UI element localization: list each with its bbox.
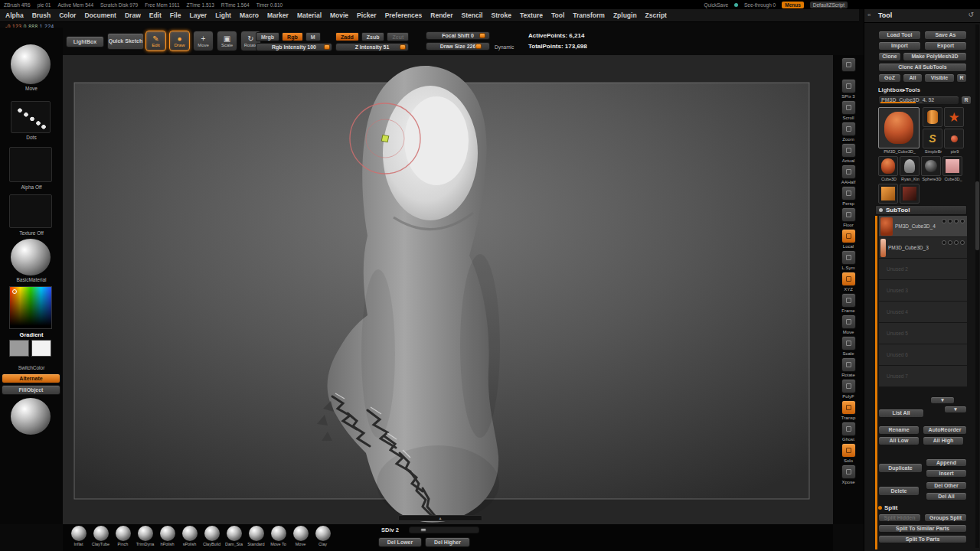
secondary-color-swatch[interactable] <box>31 340 51 357</box>
brush-claybuild[interactable]: ClayBuild <box>201 526 223 546</box>
tool-thumb-sphere3d[interactable] <box>921 156 941 176</box>
z-intensity-slider[interactable]: Z Intensity 51 <box>335 43 409 51</box>
tool-thumb-cube3d[interactable] <box>942 156 962 176</box>
shelf-scroll[interactable]: Scroll <box>841 100 856 120</box>
brush-icon[interactable] <box>960 219 965 223</box>
subtool-row-unused-5[interactable]: Unused 5 <box>879 323 967 344</box>
menu-stencil[interactable]: Stencil <box>462 11 483 19</box>
subtool-row-unused-2[interactable]: Unused 2 <box>879 259 967 280</box>
del-lower-button[interactable]: Del Lower <box>378 537 422 547</box>
menu-brush[interactable]: Brush <box>32 11 51 19</box>
tool-thumb-pie9[interactable] <box>944 129 964 148</box>
goz-button[interactable]: GoZ <box>878 73 901 83</box>
subtool-row-unused-4[interactable]: Unused 4 <box>879 302 967 323</box>
color-picker[interactable] <box>9 286 52 329</box>
goz-visible-button[interactable]: Visible <box>924 73 955 83</box>
see-through-slider[interactable]: See-through 0 <box>744 2 776 8</box>
brush-inflat[interactable]: Inflat <box>67 526 90 546</box>
move-mode-button[interactable]: +Move <box>193 31 214 51</box>
switch-color-button[interactable]: SwitchColor <box>0 365 63 370</box>
menu-zscript[interactable]: Zscript <box>645 11 667 19</box>
subtool-row-unused-3[interactable]: Unused 3 <box>879 280 967 302</box>
panel-collapse-icon[interactable]: « <box>867 11 871 18</box>
tool-thumb-pm3d-cube3d[interactable] <box>878 107 920 148</box>
document-canvas[interactable]: ▴ <box>63 55 833 524</box>
uv-icon[interactable] <box>954 240 959 245</box>
tool-thumb-cube-dark[interactable] <box>900 184 920 204</box>
all-high-button[interactable]: All High <box>923 436 964 445</box>
alternate-button[interactable]: Alternate <box>2 373 60 383</box>
rgb-intensity-slider[interactable]: Rgb Intensity 100 <box>256 43 332 51</box>
del-all-button[interactable]: Del All <box>926 492 967 500</box>
brush-move-to[interactable]: Move To <box>267 526 289 546</box>
color-rgb-button[interactable]: Rgb <box>282 32 303 41</box>
shelf-floor[interactable]: Floor <box>841 207 856 227</box>
canvas-scroll-handle[interactable]: ▴ <box>398 515 482 521</box>
draw-size-handle[interactable] <box>475 44 482 49</box>
clone-button[interactable]: Clone <box>878 52 901 61</box>
stroke-thumbnail[interactable] <box>11 101 51 133</box>
menu-tool[interactable]: Tool <box>551 11 564 19</box>
subtool-section-header[interactable]: SubTool <box>875 205 967 215</box>
subtool-down-button[interactable]: ▾ <box>944 406 967 413</box>
shelf-xyz[interactable]: XYZ <box>841 272 856 292</box>
shelf-transp[interactable]: Transp <box>841 400 856 420</box>
current-brush-thumbnail[interactable] <box>11 44 51 84</box>
sculpt-viewport[interactable] <box>63 55 833 524</box>
duplicate-button[interactable]: Duplicate <box>878 463 923 473</box>
brush-move[interactable]: Move <box>289 526 312 546</box>
shelf-polyf[interactable]: PolyF <box>841 379 856 399</box>
menu-texture[interactable]: Texture <box>520 11 543 19</box>
sdiv-slider[interactable] <box>409 527 479 533</box>
panel-scrollbar[interactable] <box>975 24 979 548</box>
quicksave-button[interactable]: QuickSave <box>704 2 728 8</box>
menu-draw[interactable]: Draw <box>125 11 141 19</box>
main-color-swatch[interactable] <box>9 340 29 357</box>
dynamic-toggle[interactable]: Dynamic <box>495 44 514 50</box>
lightbox-tools-link[interactable]: Lightbox▸Tools <box>878 86 920 93</box>
color-mrgb-button[interactable]: Mrgb <box>256 32 279 41</box>
menu-light[interactable]: Light <box>215 11 231 19</box>
z-intensity-handle[interactable] <box>400 44 406 50</box>
menu-transform[interactable]: Transform <box>573 11 605 19</box>
clone-all-subtools-button[interactable]: Clone All SubTools <box>878 63 967 72</box>
menu-alpha[interactable]: Alpha <box>5 11 24 19</box>
brush-claytube[interactable]: ClayTube <box>90 526 112 546</box>
brush-trimdyna[interactable]: TrimDyna <box>134 526 156 546</box>
subtool-row-pm3d-cube3d-4[interactable]: PM3D_Cube3D_4 <box>879 216 967 237</box>
material-thumbnail[interactable] <box>11 239 51 276</box>
shelf-solo[interactable]: Solo <box>841 443 856 463</box>
load-tool-button[interactable]: Load Tool <box>878 31 921 40</box>
subtool-up-button[interactable]: ▾ <box>930 396 955 404</box>
menu-render[interactable]: Render <box>430 11 452 19</box>
tool-r-button[interactable]: R <box>961 96 972 105</box>
autoreorder-button[interactable]: AutoReorder <box>923 425 967 435</box>
goz-r-button[interactable]: R <box>956 73 967 83</box>
sculpt-zcut-button[interactable]: Zcut <box>387 32 409 41</box>
goz-all-button[interactable]: All <box>903 73 923 83</box>
eye-icon[interactable] <box>942 219 946 223</box>
brush-hpolish[interactable]: hPolish <box>156 526 178 546</box>
color-m-button[interactable]: M <box>305 32 321 41</box>
draw-mode-button[interactable]: ●Draw <box>169 31 190 51</box>
brush-icon[interactable] <box>960 240 965 245</box>
brush-spolish[interactable]: sPolish <box>178 526 201 546</box>
import-button[interactable]: Import <box>878 41 921 51</box>
draw-size-slider[interactable]: Draw Size 226 <box>426 42 490 51</box>
menu-material[interactable]: Material <box>297 11 322 19</box>
menu-layer[interactable]: Layer <box>189 11 207 19</box>
export-button[interactable]: Export <box>924 41 967 51</box>
tool-thumb-ryan-kin[interactable] <box>900 156 920 176</box>
shelf-spix-3[interactable]: SPix 3 <box>841 79 856 99</box>
menu-document[interactable]: Document <box>84 11 116 19</box>
shelf-move[interactable]: Move <box>841 315 856 334</box>
tool-thumb-cube3d[interactable] <box>878 156 898 176</box>
brush-dam-sta[interactable]: Dam_Sta <box>223 526 245 546</box>
del-other-button[interactable]: Del Other <box>926 481 967 490</box>
menu-picker[interactable]: Picker <box>357 11 377 19</box>
menus-toggle[interactable]: Menus <box>782 2 804 8</box>
sdiv-handle[interactable] <box>420 528 426 532</box>
gradient-toggle[interactable]: Gradient <box>0 331 63 338</box>
save-as-button[interactable]: Save As <box>924 31 967 40</box>
polypaint-icon[interactable] <box>948 240 952 245</box>
